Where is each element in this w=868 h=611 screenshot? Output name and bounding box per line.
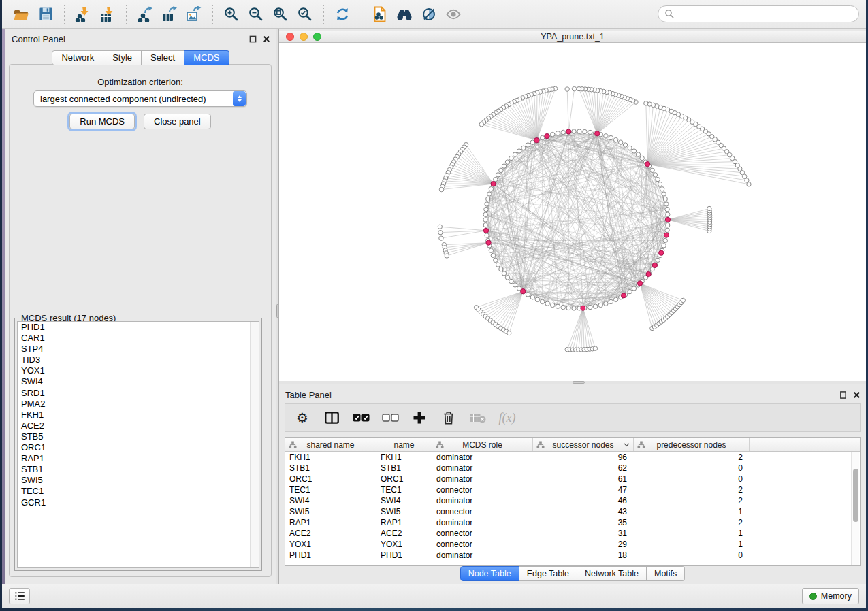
mcds-node-item[interactable]: STP4 [18,344,259,354]
network-view-canvas[interactable] [279,43,866,381]
network-node[interactable] [609,135,613,139]
close-panel-icon[interactable] [263,35,270,43]
network-node[interactable] [509,156,513,160]
network-leaf-node[interactable] [438,225,442,229]
network-node[interactable] [486,197,490,201]
mcds-hub-node[interactable] [645,162,650,167]
table-settings-button[interactable]: ⚙ [293,409,311,427]
tab-mcds[interactable]: MCDS [184,50,229,65]
network-node[interactable] [618,140,622,144]
network-leaf-node[interactable] [439,236,443,240]
tab-network-table[interactable]: Network Table [577,566,647,581]
network-node[interactable] [613,137,617,142]
show-columns-button[interactable] [323,409,340,427]
network-node[interactable] [598,303,602,307]
table-row[interactable]: PHD1PHD1dominator180 [285,550,860,561]
mcds-hub-node[interactable] [659,250,664,255]
network-node[interactable] [483,212,487,216]
zoom-out-button[interactable] [244,3,268,26]
network-node[interactable] [505,276,509,280]
search-field[interactable] [658,5,859,22]
mcds-hub-node[interactable] [491,182,496,186]
table-row[interactable]: FKH1FKH1dominator962 [285,452,860,463]
first-neighbors-button[interactable] [417,3,441,26]
mcds-node-item[interactable]: RAP1 [18,453,259,464]
network-node[interactable] [494,177,498,181]
mcds-hub-node[interactable] [545,133,549,138]
network-node[interactable] [663,238,667,242]
network-graph[interactable] [279,43,866,381]
memory-button[interactable]: Memory [802,588,859,604]
network-node[interactable] [540,299,544,303]
table-row[interactable]: TEC1TEC1connector472 [285,484,860,495]
network-leaf-node[interactable] [644,101,648,105]
network-node[interactable] [604,301,608,306]
network-node[interactable] [494,258,498,262]
mcds-hub-node[interactable] [665,217,670,222]
save-session-button[interactable] [33,3,58,26]
network-node[interactable] [663,197,667,201]
network-node[interactable] [561,130,565,134]
network-node[interactable] [502,271,506,276]
network-leaf-node[interactable] [572,86,576,90]
column-header-predecessor-nodes[interactable]: predecessor nodes [634,438,750,451]
delete-column-button[interactable] [440,409,457,427]
network-node[interactable] [662,192,666,196]
mcds-hub-node[interactable] [483,228,488,233]
network-node[interactable] [535,297,539,301]
tab-edge-table[interactable]: Edge Table [519,566,577,581]
import-network-button[interactable] [71,3,95,26]
network-node[interactable] [628,146,632,150]
network-node[interactable] [496,173,500,177]
network-node[interactable] [572,306,576,310]
mcds-hub-node[interactable] [652,263,657,267]
mcds-hub-node[interactable] [637,281,642,286]
table-row[interactable]: STB1STB1dominator620 [285,463,860,474]
network-node[interactable] [664,202,669,206]
table-row[interactable]: ORC1ORC1dominator610 [285,474,860,484]
import-table-button[interactable] [95,3,120,26]
network-leaf-node[interactable] [593,346,597,350]
network-node[interactable] [530,295,534,299]
mcds-node-item[interactable]: GCR1 [18,497,259,508]
mcds-node-item[interactable]: TEC1 [18,486,259,497]
network-leaf-node[interactable] [681,298,685,302]
export-network-button[interactable] [133,3,157,26]
optimization-criterion-select[interactable]: largest connected component (undirected) [33,90,247,107]
apply-layout-button[interactable] [330,3,355,26]
network-node[interactable] [485,233,489,237]
mcds-node-item[interactable]: SRD1 [18,388,259,399]
network-node[interactable] [640,156,644,160]
export-table-button[interactable] [157,3,182,26]
mcds-hub-node[interactable] [595,131,600,136]
network-node[interactable] [483,218,487,222]
network-node[interactable] [513,152,517,156]
network-node[interactable] [550,132,554,136]
list-scrollbar[interactable] [250,322,259,567]
tab-network[interactable]: Network [52,50,103,65]
network-leaf-node[interactable] [439,187,443,191]
network-node[interactable] [540,135,544,139]
table-row[interactable]: SWI5SWI5connector431 [285,506,860,517]
network-node[interactable] [650,168,654,172]
mcds-node-item[interactable]: FKH1 [18,410,259,420]
network-node[interactable] [487,192,492,196]
network-node[interactable] [566,306,570,310]
mcds-node-item[interactable]: SWI5 [18,475,259,486]
network-node[interactable] [509,279,513,283]
network-node[interactable] [556,304,560,308]
mcds-node-item[interactable]: ACE2 [18,420,259,431]
mcds-hub-node[interactable] [521,289,526,294]
network-node[interactable] [593,304,597,308]
network-leaf-node[interactable] [565,87,569,91]
network-node[interactable] [499,267,503,271]
mcds-node-item[interactable]: PMA2 [18,399,259,410]
network-node[interactable] [572,129,576,133]
add-column-button[interactable] [411,409,428,427]
network-node[interactable] [632,286,636,291]
network-leaf-node[interactable] [707,206,711,210]
mcds-node-item[interactable]: STB1 [18,464,259,475]
network-node[interactable] [505,160,509,164]
network-node[interactable] [499,168,503,172]
network-node[interactable] [485,202,489,206]
